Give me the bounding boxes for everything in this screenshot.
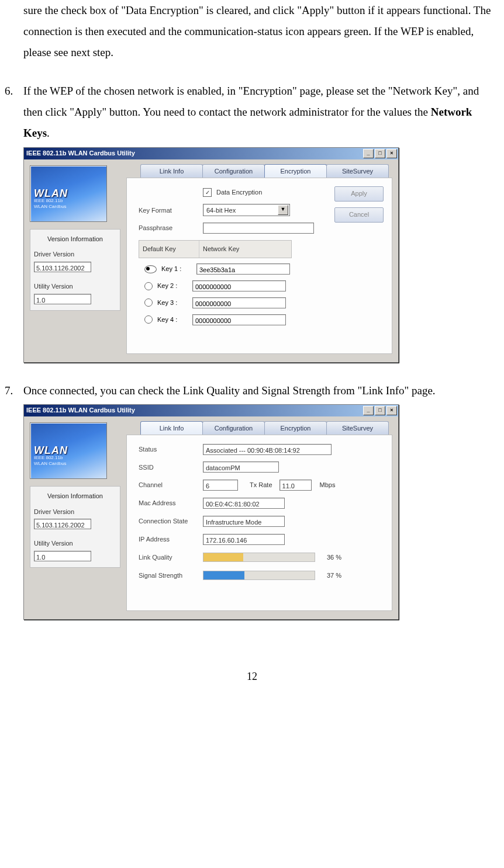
connstate-value: Infrastructure Mode	[203, 516, 285, 527]
mbps-label: Mbps	[320, 479, 336, 491]
key1-input[interactable]: 3ee35b3a1a	[196, 263, 290, 275]
tab-link-info[interactable]: Link Info	[140, 164, 203, 178]
key4-input[interactable]: 0000000000	[192, 314, 286, 325]
signal-strength-pct: 37 %	[327, 570, 341, 582]
utility-version-label: Utility Version	[34, 537, 116, 550]
wlan-logo-card: WLAN IEEE 802.11b WLAN Cardbus	[30, 165, 107, 222]
wlan-logo-card: WLAN IEEE 802.11b WLAN Cardbus	[30, 422, 107, 479]
utility-version-value: 1.0	[34, 551, 91, 561]
tab-configuration[interactable]: Configuration	[202, 421, 265, 435]
data-encryption-checkbox[interactable]	[203, 188, 212, 197]
version-info-header: Version Information	[34, 490, 116, 502]
list-item-7: 7. Once connected, you can check the Lin…	[23, 380, 492, 401]
page-number: 12	[12, 666, 492, 686]
minimize-button[interactable]: _	[363, 149, 374, 158]
signal-strength-bar	[203, 571, 315, 580]
connstate-label: Connection State	[139, 515, 203, 527]
item7-text: Once connected, you can check the Link Q…	[23, 384, 436, 397]
key-format-value: 64-bit Hex	[206, 204, 236, 217]
window-title: IEEE 802.11b WLAN Cardbus Utility	[26, 404, 135, 416]
utility-version-label: Utility Version	[34, 280, 116, 293]
key4-label: Key 4 :	[157, 314, 192, 326]
key2-radio[interactable]	[144, 282, 153, 290]
ssid-value: datacomPM	[203, 461, 279, 473]
mac-label: Mac Address	[139, 497, 203, 509]
wlan-sub2: WLAN Cardbus	[34, 459, 67, 468]
key2-input[interactable]: 0000000000	[192, 280, 286, 291]
maximize-button[interactable]: □	[375, 149, 385, 158]
version-info-box: Version Information Driver Version 5.103…	[30, 486, 120, 568]
key3-radio[interactable]	[144, 298, 153, 307]
status-label: Status	[139, 443, 203, 456]
wlan-sub2: WLAN Cardbus	[34, 202, 67, 211]
hdr-default-key: Default Key	[139, 241, 199, 258]
key3-label: Key 3 :	[157, 297, 192, 309]
chevron-down-icon: ▼	[278, 205, 288, 215]
key3-input[interactable]: 0000000000	[192, 297, 286, 308]
key2-label: Key 2 :	[157, 280, 192, 292]
list-number: 7.	[5, 380, 13, 401]
paragraph-fragment: sure the check box of "Data Encryption" …	[23, 0, 492, 63]
key1-radio[interactable]	[144, 265, 157, 273]
passphrase-input[interactable]	[203, 223, 314, 234]
link-quality-bar	[203, 553, 315, 562]
encryption-window: IEEE 802.11b WLAN Cardbus Utility _ □ × …	[23, 147, 399, 363]
key-format-label: Key Format	[139, 204, 203, 217]
tab-encryption[interactable]: Encryption	[264, 164, 327, 178]
titlebar: IEEE 802.11b WLAN Cardbus Utility _ □ ×	[24, 405, 398, 416]
linkinfo-window: IEEE 802.11b WLAN Cardbus Utility _ □ × …	[23, 404, 399, 620]
tab-sitesurvey[interactable]: SiteSurvey	[326, 164, 389, 178]
key-format-select[interactable]: 64-bit Hex ▼	[203, 204, 290, 216]
close-button[interactable]: ×	[386, 406, 397, 415]
passphrase-label: Passphrase	[139, 222, 203, 234]
list-number: 6.	[5, 81, 13, 102]
link-quality-pct: 36 %	[327, 551, 341, 564]
ssid-label: SSID	[139, 461, 203, 474]
ip-value: 172.16.60.146	[203, 534, 285, 545]
cancel-button[interactable]: Cancel	[334, 207, 384, 223]
txrate-label: Tx Rate	[250, 479, 272, 491]
key-table-header: Default Key Network Key	[139, 240, 292, 258]
version-info-box: Version Information Driver Version 5.103…	[30, 229, 120, 311]
key4-radio[interactable]	[144, 315, 153, 324]
minimize-button[interactable]: _	[363, 406, 374, 415]
link-quality-label: Link Quality	[139, 551, 203, 564]
window-title: IEEE 802.11b WLAN Cardbus Utility	[26, 147, 135, 159]
item6-text-a: If the WEP of the chosen network is enab…	[23, 85, 479, 118]
channel-label: Channel	[139, 479, 203, 491]
status-value: Associated --- 00:90:4B:08:14:92	[203, 444, 332, 455]
tab-configuration[interactable]: Configuration	[202, 164, 265, 178]
driver-version-label: Driver Version	[34, 248, 116, 261]
txrate-value: 11.0	[279, 480, 312, 491]
mac-value: 00:E0:4C:81:80:02	[203, 498, 285, 509]
hdr-network-key: Network Key	[199, 241, 291, 258]
key1-label: Key 1 :	[161, 263, 196, 275]
tab-sitesurvey[interactable]: SiteSurvey	[326, 421, 389, 435]
list-item-6: 6. If the WEP of the chosen network is e…	[23, 81, 492, 144]
signal-strength-label: Signal Strength	[139, 570, 203, 582]
encryption-content: Apply Cancel Data Encryption Key Format …	[126, 178, 392, 354]
apply-button[interactable]: Apply	[334, 186, 384, 202]
maximize-button[interactable]: □	[375, 406, 385, 415]
linkinfo-content: Status Associated --- 00:90:4B:08:14:92 …	[126, 435, 392, 611]
close-button[interactable]: ×	[386, 149, 397, 158]
utility-version-value: 1.0	[34, 294, 91, 304]
tab-link-info[interactable]: Link Info	[140, 421, 203, 435]
data-encryption-label: Data Encryption	[216, 186, 262, 199]
driver-version-label: Driver Version	[34, 506, 116, 518]
channel-value: 6	[203, 480, 238, 491]
item6-text-c: .	[47, 127, 50, 139]
driver-version-value: 5.103.1126.2002	[34, 519, 91, 529]
ip-label: IP Address	[139, 533, 203, 546]
driver-version-value: 5.103.1126.2002	[34, 262, 91, 272]
tab-encryption[interactable]: Encryption	[264, 421, 327, 435]
version-info-header: Version Information	[34, 233, 116, 245]
titlebar: IEEE 802.11b WLAN Cardbus Utility _ □ ×	[24, 148, 398, 159]
